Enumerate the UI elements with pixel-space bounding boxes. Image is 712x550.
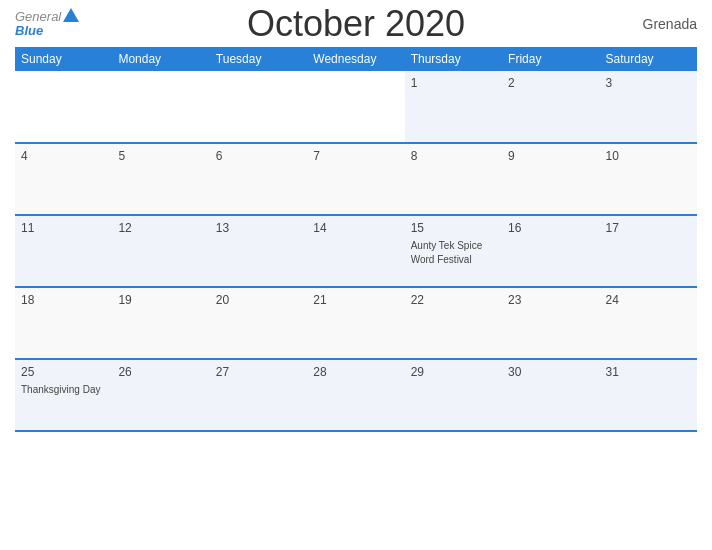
day-number: 26 <box>118 365 203 379</box>
day-cell <box>112 71 209 143</box>
day-number: 9 <box>508 149 593 163</box>
day-number: 1 <box>411 76 496 90</box>
weekday-header-saturday: Saturday <box>600 47 697 71</box>
weekday-header-thursday: Thursday <box>405 47 502 71</box>
day-cell <box>15 71 112 143</box>
week-row-2: 45678910 <box>15 143 697 215</box>
weekday-header-wednesday: Wednesday <box>307 47 404 71</box>
day-cell: 6 <box>210 143 307 215</box>
logo: General Blue <box>15 10 79 39</box>
day-number: 19 <box>118 293 203 307</box>
month-title: October 2020 <box>247 3 465 45</box>
day-number: 7 <box>313 149 398 163</box>
day-number: 6 <box>216 149 301 163</box>
week-row-4: 18192021222324 <box>15 287 697 359</box>
week-row-3: 1112131415Aunty Tek SpiceWord Festival16… <box>15 215 697 287</box>
day-number: 3 <box>606 76 691 90</box>
calendar-container: General Blue October 2020 Grenada Sunday… <box>0 0 712 550</box>
day-cell: 30 <box>502 359 599 431</box>
day-cell: 29 <box>405 359 502 431</box>
day-number: 4 <box>21 149 106 163</box>
day-cell: 5 <box>112 143 209 215</box>
day-number: 16 <box>508 221 593 235</box>
day-cell: 31 <box>600 359 697 431</box>
week-row-5: 25Thanksgiving Day262728293031 <box>15 359 697 431</box>
logo-blue-text: Blue <box>15 24 43 38</box>
day-cell: 11 <box>15 215 112 287</box>
day-number: 11 <box>21 221 106 235</box>
day-cell: 19 <box>112 287 209 359</box>
day-number: 5 <box>118 149 203 163</box>
day-number: 18 <box>21 293 106 307</box>
day-number: 13 <box>216 221 301 235</box>
day-cell: 17 <box>600 215 697 287</box>
day-cell <box>210 71 307 143</box>
event-text: Word Festival <box>411 254 472 265</box>
day-cell: 9 <box>502 143 599 215</box>
weekday-header-row: SundayMondayTuesdayWednesdayThursdayFrid… <box>15 47 697 71</box>
day-cell: 18 <box>15 287 112 359</box>
day-cell: 7 <box>307 143 404 215</box>
day-cell: 16 <box>502 215 599 287</box>
day-cell: 10 <box>600 143 697 215</box>
day-number: 25 <box>21 365 106 379</box>
day-cell: 26 <box>112 359 209 431</box>
day-cell: 1 <box>405 71 502 143</box>
day-number: 2 <box>508 76 593 90</box>
day-cell: 2 <box>502 71 599 143</box>
day-number: 22 <box>411 293 496 307</box>
logo-general-text: General <box>15 10 61 24</box>
day-number: 15 <box>411 221 496 235</box>
day-cell: 3 <box>600 71 697 143</box>
day-number: 20 <box>216 293 301 307</box>
day-cell <box>307 71 404 143</box>
day-cell: 13 <box>210 215 307 287</box>
event-text: Thanksgiving Day <box>21 384 100 395</box>
day-number: 23 <box>508 293 593 307</box>
day-cell: 23 <box>502 287 599 359</box>
calendar-table: SundayMondayTuesdayWednesdayThursdayFrid… <box>15 47 697 432</box>
day-number: 17 <box>606 221 691 235</box>
day-cell: 20 <box>210 287 307 359</box>
event-text: Aunty Tek Spice <box>411 240 483 251</box>
day-number: 31 <box>606 365 691 379</box>
day-number: 10 <box>606 149 691 163</box>
day-number: 27 <box>216 365 301 379</box>
day-cell: 21 <box>307 287 404 359</box>
weekday-header-friday: Friday <box>502 47 599 71</box>
day-number: 12 <box>118 221 203 235</box>
week-row-1: 123 <box>15 71 697 143</box>
day-number: 29 <box>411 365 496 379</box>
day-cell: 12 <box>112 215 209 287</box>
day-cell: 14 <box>307 215 404 287</box>
day-number: 24 <box>606 293 691 307</box>
weekday-header-monday: Monday <box>112 47 209 71</box>
day-cell: 25Thanksgiving Day <box>15 359 112 431</box>
day-cell: 24 <box>600 287 697 359</box>
day-number: 28 <box>313 365 398 379</box>
day-cell: 15Aunty Tek SpiceWord Festival <box>405 215 502 287</box>
day-number: 8 <box>411 149 496 163</box>
weekday-header-tuesday: Tuesday <box>210 47 307 71</box>
day-cell: 8 <box>405 143 502 215</box>
weekday-header-sunday: Sunday <box>15 47 112 71</box>
logo-triangle-icon <box>63 8 79 22</box>
day-cell: 4 <box>15 143 112 215</box>
day-cell: 27 <box>210 359 307 431</box>
day-cell: 28 <box>307 359 404 431</box>
country-name: Grenada <box>643 16 697 32</box>
day-number: 21 <box>313 293 398 307</box>
day-cell: 22 <box>405 287 502 359</box>
day-number: 14 <box>313 221 398 235</box>
calendar-header: General Blue October 2020 Grenada <box>15 10 697 39</box>
day-number: 30 <box>508 365 593 379</box>
